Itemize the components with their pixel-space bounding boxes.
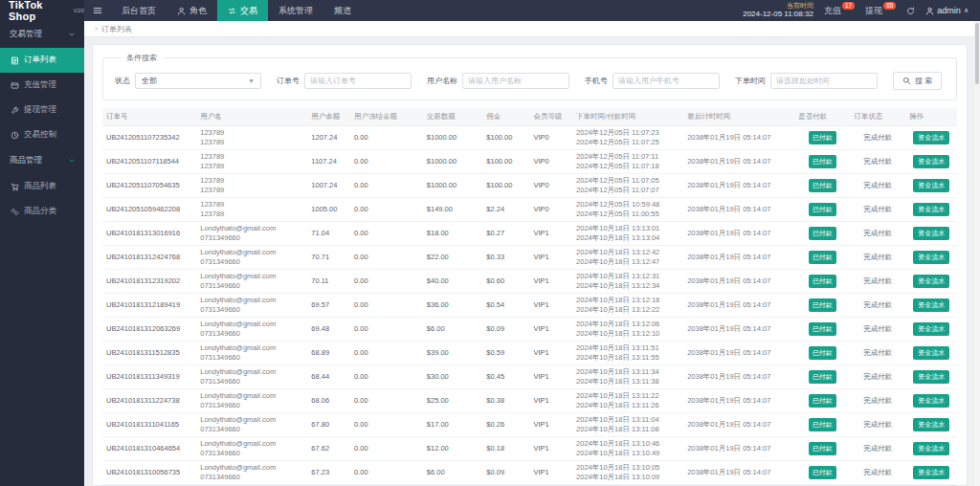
amount-cell: $6.00 [423,461,483,485]
last-timing-cell: 2038年01月19日 05:14:07 [683,150,794,174]
commission-cell: $0.60 [482,270,529,294]
fund-flow-button[interactable]: 资金流水 [913,466,949,479]
order-status-text: 完成付款 [863,276,892,285]
paid-status-badge[interactable]: 已付款 [809,203,836,215]
search-button[interactable]: 搜 索 [893,72,942,90]
fund-flow-button[interactable]: 资金流水 [913,203,949,216]
order-status-text: 完成付款 [863,348,892,357]
sidebar-item-商品列表[interactable]: 商品列表 [0,174,84,199]
fund-flow-button[interactable]: 资金流水 [913,179,949,192]
vip-level-cell: VIP0 [529,198,572,222]
frozen-cell: 0.00 [350,270,423,294]
top-nav-item-4[interactable]: 系统管理 [268,0,323,21]
frozen-cell: 0.00 [350,461,423,485]
sidebar-group-1[interactable]: 交易管理 [0,21,84,48]
user-menu[interactable]: admin ∧ [925,6,969,15]
refresh-icon[interactable] [906,7,915,15]
phone-input[interactable] [612,73,720,89]
paid-status-badge[interactable]: 已付款 [809,251,836,263]
balance-cell: 1107.24 [307,150,350,174]
sidebar-item-商品分类[interactable]: 商品分类 [0,199,84,224]
paid-status-badge[interactable]: 已付款 [809,370,836,383]
order-time-label: 下单时间 [735,76,766,86]
fund-flow-button[interactable]: 资金流水 [913,418,949,431]
column-header: 操作 [905,108,957,126]
order-status-text: 完成付款 [863,300,892,309]
amount-cell: $40.00 [423,270,483,294]
paid-status-badge[interactable]: 已付款 [809,466,836,478]
paid-status-badge[interactable]: 已付款 [809,442,836,454]
last-timing-cell: 2038年01月19日 05:14:07 [683,126,794,150]
top-nav-item-3[interactable]: 交易 [217,0,268,21]
sidebar-item-label: 商品列表 [24,181,56,192]
last-timing-cell: 2038年01月19日 05:14:07 [683,437,794,461]
paid-status-badge[interactable]: 已付款 [809,131,836,144]
paid-status-badge[interactable]: 已付款 [809,179,836,191]
top-nav-item-2[interactable]: 角色 [167,0,217,21]
filter-legend: 条件搜索 [121,53,163,63]
paid-status-badge[interactable]: 已付款 [809,298,836,311]
hamburger-icon[interactable] [84,0,111,21]
amount-cell: $17.00 [423,413,483,437]
order-no-cell: UB2410181312319202 [102,270,196,294]
paid-status-badge[interactable]: 已付款 [809,394,836,407]
recharge-link[interactable]: 充值 17 [824,5,855,17]
commission-cell: $0.59 [482,342,529,365]
order-status-text: 完成付款 [863,133,892,142]
paid-status-badge[interactable]: 已付款 [809,322,836,335]
table-row: UB24120511072353421237891237891207.240.0… [102,126,957,150]
order-no-cell: UB2412051107118544 [102,150,196,174]
order-time-cell: 2024年10月18日 13:10:462024年10月18日 13:10:49 [572,437,683,461]
fund-flow-button[interactable]: 资金流水 [913,394,949,408]
username-label: 用户名称 [427,76,457,86]
recharge-label: 充值 [824,5,841,17]
fund-flow-button[interactable]: 资金流水 [913,131,949,144]
paid-status-badge[interactable]: 已付款 [809,155,836,167]
status-select[interactable]: 全部 ▼ [135,73,261,89]
current-time-label: 当前时间 [743,2,813,10]
order-time-input[interactable] [770,73,878,89]
vip-level-cell: VIP1 [529,270,572,294]
sidebar-item-订单列表[interactable]: 订单列表 [0,48,84,73]
paid-status-badge[interactable]: 已付款 [809,418,836,431]
current-time: 当前时间 2024-12-05 11:08:32 [743,2,813,18]
column-header: 下单时间/付款时间 [572,108,683,126]
fund-flow-button[interactable]: 资金流水 [913,346,949,360]
username-input[interactable] [462,73,569,89]
amount-cell: $39.00 [423,342,483,365]
order-no-cell: UB2412051059462208 [102,198,196,222]
paid-status-badge[interactable]: 已付款 [809,275,836,287]
fund-flow-button[interactable]: 资金流水 [913,155,949,168]
sidebar-item-充值管理[interactable]: 充值管理 [0,73,84,98]
withdraw-link[interactable]: 提现 65 [865,5,896,17]
fund-flow-button[interactable]: 资金流水 [913,251,949,264]
sidebar-item-提现管理[interactable]: 提现管理 [0,98,84,122]
vip-level-cell: VIP1 [529,222,572,246]
table-row: UB2410181311512835Londythato@gmail.com07… [102,342,957,365]
fund-flow-button[interactable]: 资金流水 [913,275,949,288]
page-scrollbar[interactable] [974,21,980,486]
last-timing-cell: 2038年01月19日 05:14:07 [683,318,794,342]
fund-flow-button[interactable]: 资金流水 [913,442,949,455]
fund-flow-button[interactable]: 资金流水 [913,227,949,240]
scrollbar-thumb[interactable] [975,23,979,84]
current-time-value: 2024-12-05 11:08:32 [743,10,813,18]
sidebar-group-2[interactable]: 商品管理 [0,147,84,174]
amount-cell: $22.00 [423,246,483,270]
paid-status-badge[interactable]: 已付款 [809,346,836,359]
user-cell: Londythato@gmail.com0731349660 [196,270,307,294]
paid-status-badge[interactable]: 已付款 [809,227,836,239]
fund-flow-button[interactable]: 资金流水 [913,370,949,384]
top-nav-item-1[interactable]: 后台首页 [111,0,167,21]
top-nav-item-5[interactable]: 频道 [323,0,362,21]
order-status-text: 完成付款 [863,444,892,453]
withdraw-icon [11,106,19,115]
table-row: UB2410181312063269Londythato@gmail.com07… [102,318,957,342]
last-timing-cell: 2038年01月19日 05:14:07 [683,342,794,365]
fund-flow-button[interactable]: 资金流水 [913,322,949,336]
last-timing-cell: 2038年01月19日 05:14:07 [683,389,794,413]
last-timing-cell: 2038年01月19日 05:14:07 [683,413,794,437]
sidebar-item-交易控制[interactable]: 交易控制 [0,122,84,147]
fund-flow-button[interactable]: 资金流水 [913,298,949,312]
order-no-input[interactable] [304,73,412,89]
